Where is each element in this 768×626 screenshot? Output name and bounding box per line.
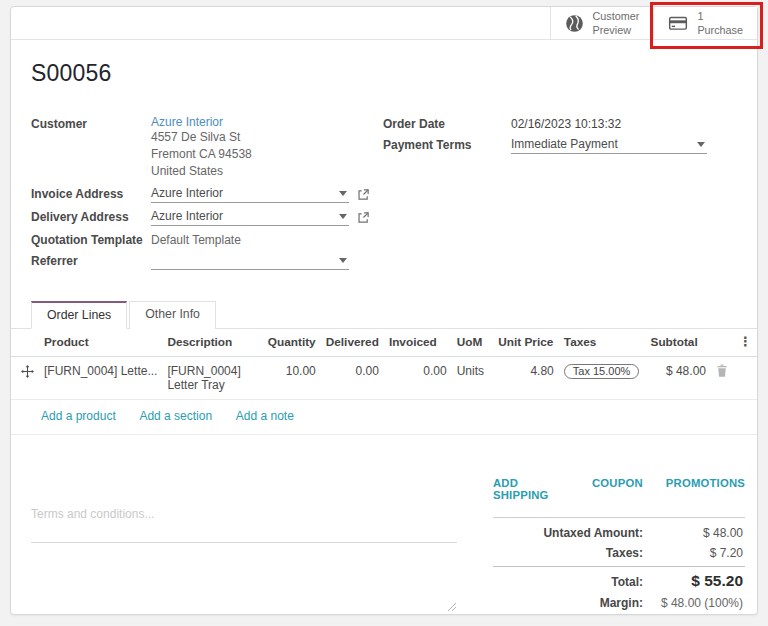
chevron-down-icon <box>339 191 347 196</box>
tax-badge[interactable]: Tax 15.00% <box>564 364 639 379</box>
purchase-label: 1 Purchase <box>697 9 743 37</box>
payment-terms-value: Immediate Payment <box>511 137 618 151</box>
col-unit-price: Unit Price <box>493 329 559 357</box>
col-quantity: Quantity <box>263 329 321 357</box>
referrer-label: Referrer <box>31 252 151 268</box>
delivery-address-value: Azure Interior <box>151 209 223 223</box>
col-uom: UoM <box>452 329 494 357</box>
chevron-down-icon <box>339 258 347 263</box>
customer-preview-label: Customer Preview <box>593 9 640 37</box>
margin-row: Margin: $ 48.00 (100%) <box>493 593 745 613</box>
quantity-cell[interactable]: 10.00 <box>263 357 321 400</box>
total-label: Total: <box>611 575 643 589</box>
order-date-value: 02/16/2023 10:13:32 <box>511 115 621 131</box>
invoice-address-label: Invoice Address <box>31 185 151 201</box>
taxes-label: Taxes: <box>606 546 643 560</box>
unit-price-cell[interactable]: 4.80 <box>493 357 559 400</box>
referrer-value <box>151 253 154 267</box>
customer-label: Customer <box>31 115 151 131</box>
order-date-row: Order Date 02/16/2023 10:13:32 <box>383 115 737 131</box>
description-cell[interactable]: [FURN_0004] Letter Tray <box>162 357 262 400</box>
delete-row-icon[interactable] <box>716 364 728 377</box>
external-link-icon[interactable] <box>357 211 370 224</box>
order-date-label: Order Date <box>383 115 511 131</box>
total-value: $ 55.20 <box>643 572 743 590</box>
purchase-button[interactable]: 1 Purchase <box>653 7 757 39</box>
customer-link[interactable]: Azure Interior <box>151 115 252 129</box>
chevron-down-icon <box>339 214 347 219</box>
payment-terms-row: Payment Terms Immediate Payment <box>383 136 737 154</box>
untaxed-amount-value: $ 48.00 <box>643 526 743 540</box>
product-cell[interactable]: [FURN_0004] Lette... <box>39 357 162 400</box>
promotions-button[interactable]: PROMOTIONS <box>666 477 745 501</box>
quotation-template-label: Quotation Template <box>31 231 151 247</box>
add-section-link[interactable]: Add a section <box>139 409 212 423</box>
globe-icon <box>565 14 584 33</box>
totals-block: Untaxed Amount: $ 48.00 Taxes: $ 7.20 To… <box>493 517 745 613</box>
payment-terms-field[interactable]: Immediate Payment <box>511 136 707 154</box>
order-action-buttons: ADD SHIPPING COUPON PROMOTIONS <box>493 477 745 501</box>
table-header-row: Product Description Quantity Delivered I… <box>11 329 757 357</box>
customer-address-line: Fremont CA 94538 <box>151 146 252 163</box>
order-lines-table: Product Description Quantity Delivered I… <box>11 329 757 400</box>
left-field-group: Customer Azure Interior 4557 De Silva St… <box>31 115 383 275</box>
col-taxes: Taxes <box>559 329 646 357</box>
col-description: Description <box>162 329 262 357</box>
status-button-bar: Customer Preview 1 Purchase <box>11 7 757 40</box>
coupon-button[interactable]: COUPON <box>592 477 643 501</box>
notebook-tabs: Order Lines Other Info <box>11 301 757 329</box>
invoice-address-row: Invoice Address Azure Interior <box>31 185 383 203</box>
taxes-cell[interactable]: Tax 15.00% <box>559 357 646 400</box>
add-shipping-button[interactable]: ADD SHIPPING <box>493 477 569 501</box>
tab-other-info[interactable]: Other Info <box>129 301 216 329</box>
delivered-cell[interactable]: 0.00 <box>321 357 384 400</box>
table-footer-links: Add a product Add a section Add a note <box>11 400 757 435</box>
tab-order-lines[interactable]: Order Lines <box>31 301 127 329</box>
chevron-down-icon <box>697 142 705 147</box>
delivery-address-row: Delivery Address Azure Interior <box>31 208 383 226</box>
form-card: Customer Preview 1 Purchase S00056 <box>10 6 758 615</box>
order-line-row[interactable]: [FURN_0004] Lette... [FURN_0004] Letter … <box>11 357 757 400</box>
page-title: S00056 <box>31 40 737 87</box>
invoiced-cell[interactable]: 0.00 <box>384 357 452 400</box>
uom-cell[interactable]: Units <box>452 357 494 400</box>
col-delivered: Delivered <box>321 329 384 357</box>
optional-columns-icon[interactable]: ⋮ <box>739 334 752 349</box>
col-product: Product <box>39 329 162 357</box>
right-field-group: Order Date 02/16/2023 10:13:32 Payment T… <box>383 115 737 275</box>
form-sheet: S00056 Customer Azure Interior 4557 De S… <box>11 40 757 275</box>
referrer-row: Referrer <box>31 252 383 270</box>
delivery-address-field[interactable]: Azure Interior <box>151 208 349 226</box>
taxes-row: Taxes: $ 7.20 <box>493 543 745 563</box>
customer-field-row: Customer Azure Interior 4557 De Silva St… <box>31 115 383 180</box>
invoice-address-value: Azure Interior <box>151 186 223 200</box>
subtotal-cell: $ 48.00 <box>646 357 711 400</box>
untaxed-amount-label: Untaxed Amount: <box>543 526 643 540</box>
margin-label: Margin: <box>600 596 643 610</box>
customer-preview-button[interactable]: Customer Preview <box>550 7 654 39</box>
payment-terms-label: Payment Terms <box>383 136 511 152</box>
referrer-field[interactable] <box>151 252 349 270</box>
delivery-address-label: Delivery Address <box>31 208 151 224</box>
untaxed-amount-row: Untaxed Amount: $ 48.00 <box>493 523 745 543</box>
customer-address-line: 4557 De Silva St <box>151 129 252 146</box>
resize-handle-icon[interactable] <box>447 602 456 611</box>
total-row: Total: $ 55.20 <box>493 566 745 593</box>
terms-area <box>31 507 457 613</box>
terms-textarea[interactable] <box>31 507 457 543</box>
quotation-template-row: Quotation Template Default Template <box>31 231 383 247</box>
credit-card-icon <box>668 14 688 32</box>
quotation-template-value: Default Template <box>151 231 241 247</box>
add-product-link[interactable]: Add a product <box>41 409 116 423</box>
invoice-address-field[interactable]: Azure Interior <box>151 185 349 203</box>
add-note-link[interactable]: Add a note <box>236 409 294 423</box>
taxes-value: $ 7.20 <box>643 546 743 560</box>
col-subtotal: Subtotal <box>646 329 711 357</box>
drag-handle-icon[interactable] <box>21 364 34 378</box>
external-link-icon[interactable] <box>357 188 370 201</box>
customer-address-line: United States <box>151 163 252 180</box>
customer-address: 4557 De Silva St Fremont CA 94538 United… <box>151 129 252 180</box>
margin-value: $ 48.00 (100%) <box>643 596 743 610</box>
col-invoiced: Invoiced <box>384 329 452 357</box>
